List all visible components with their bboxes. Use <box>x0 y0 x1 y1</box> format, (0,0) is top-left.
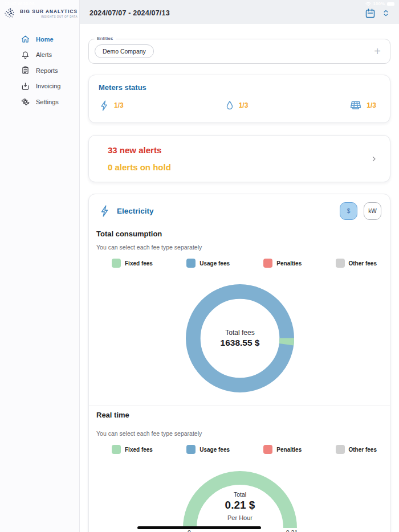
brand: BIG SUR ANALYTICS INSIGHTS OUT OF DATA <box>0 0 79 22</box>
gauge-center-label: Total <box>183 491 297 498</box>
bell-icon <box>21 50 30 60</box>
gauge-max-label: 0.21 <box>284 529 299 532</box>
sidebar-item-reports[interactable]: Reports <box>0 63 79 79</box>
meter-water: 1/3 <box>224 100 249 111</box>
home-icon <box>21 34 30 44</box>
legend-item-usage-fees[interactable]: Usage fees <box>186 445 230 454</box>
meter-status-value: 1/3 <box>367 101 376 109</box>
fees-legend: Fixed fees Usage fees Penalties Other fe… <box>89 259 391 268</box>
legend-item-other-fees[interactable]: Other fees <box>336 445 377 454</box>
legend-item-penalties[interactable]: Penalties <box>263 259 302 268</box>
sidebar-item-alerts[interactable]: Alerts <box>0 47 79 63</box>
calendar-icon <box>364 7 376 19</box>
report-icon <box>21 66 30 75</box>
bolt-icon <box>99 204 112 218</box>
unit-toggle: $ kW <box>340 202 381 220</box>
entities-label: Entities <box>95 36 116 41</box>
app-root: 12:47 W 20.08 100% BIG SUR ANALYTICS IN <box>0 0 399 532</box>
drop-icon <box>224 100 235 111</box>
unit-dollar-button[interactable]: $ <box>340 202 357 220</box>
sidebar-item-home[interactable]: Home <box>0 31 79 47</box>
top-bar: 2024/07/07 - 2024/07/13 <box>80 0 399 24</box>
entities-selector: Entities Demo Company + <box>88 39 390 64</box>
usage-fees-swatch <box>186 259 196 268</box>
sidebar-nav: Home Alerts Reports <box>0 31 79 110</box>
real-time-subheading: You can select each fee type separately <box>96 430 202 437</box>
electricity-card: Electricity $ kW Total consumption You c… <box>88 194 390 532</box>
sidebar-item-settings[interactable]: Settings <box>0 94 79 110</box>
legend-item-fixed-fees[interactable]: Fixed fees <box>112 259 153 268</box>
legend-item-fixed-fees[interactable]: Fixed fees <box>112 445 153 454</box>
real-time-heading: Real time <box>96 411 129 419</box>
donut-center-value: 1638.55 $ <box>183 338 297 348</box>
legend-item-other-fees[interactable]: Other fees <box>336 259 377 268</box>
expand-button[interactable] <box>381 8 391 18</box>
sidebar-item-label: Home <box>36 36 54 43</box>
date-range[interactable]: 2024/07/07 - 2024/07/13 <box>89 9 170 17</box>
legend-item-usage-fees[interactable]: Usage fees <box>186 259 230 268</box>
sidebar-item-label: Reports <box>36 67 58 74</box>
total-consumption-heading: Total consumption <box>96 230 162 238</box>
gauge-center-value: 0.21 $ <box>183 499 297 511</box>
entity-chip[interactable]: Demo Company <box>95 44 154 58</box>
gauge-min-label: 0 <box>184 529 195 532</box>
donut-center-label: Total fees <box>183 329 297 337</box>
bolt-icon <box>99 100 111 112</box>
meter-solar: 1/3 <box>348 99 376 112</box>
alerts-on-hold-text: 0 alerts on hold <box>108 162 390 172</box>
chevron-right-icon[interactable] <box>369 154 378 163</box>
meter-electricity: 1/3 <box>99 100 124 112</box>
unit-kw-button[interactable]: kW <box>364 202 381 220</box>
new-alerts-text: 33 new alerts <box>108 145 390 155</box>
gauge-needle <box>137 526 261 529</box>
invoice-icon <box>21 81 30 91</box>
gauge-center-text: Total 0.21 $ Per Hour <box>183 491 297 521</box>
meters-status-card: Meters status 1/3 1/3 <box>88 75 390 123</box>
sidebar-item-label: Settings <box>36 99 59 105</box>
meters-status-title: Meters status <box>99 83 376 92</box>
gauge-center-unit: Per Hour <box>183 514 297 521</box>
usage-fees-swatch <box>186 445 196 454</box>
fees-legend-realtime: Fixed fees Usage fees Penalties Other fe… <box>89 445 391 454</box>
penalties-swatch <box>263 259 272 268</box>
calendar-button[interactable] <box>364 7 376 19</box>
other-fees-swatch <box>336 259 345 268</box>
penalties-swatch <box>263 445 272 454</box>
sidebar-item-invoicing[interactable]: Invoicing <box>0 79 79 95</box>
brand-name: BIG SUR ANALYTICS <box>20 9 78 14</box>
fixed-fees-swatch <box>112 259 121 268</box>
sidebar-item-label: Invoicing <box>36 83 60 89</box>
sidebar-item-label: Alerts <box>36 51 52 58</box>
alerts-summary-card[interactable]: 33 new alerts 0 alerts on hold <box>88 135 390 182</box>
add-entity-button[interactable]: + <box>374 46 381 57</box>
meter-status-value: 1/3 <box>114 101 124 109</box>
electricity-title: Electricity <box>117 207 154 215</box>
total-consumption-subheading: You can select each fee type separately <box>96 244 202 251</box>
brand-tagline: INSIGHTS OUT OF DATA <box>41 15 78 18</box>
brand-logo-dots <box>3 5 18 22</box>
expand-icon <box>381 8 391 18</box>
legend-item-penalties[interactable]: Penalties <box>263 445 302 454</box>
donut-center-text: Total fees 1638.55 $ <box>183 329 297 348</box>
meter-status-value: 1/3 <box>239 101 249 109</box>
sidebar: BIG SUR ANALYTICS INSIGHTS OUT OF DATA H… <box>0 0 80 532</box>
gear-icon <box>21 97 30 107</box>
other-fees-swatch <box>336 445 345 454</box>
fixed-fees-swatch <box>112 445 121 454</box>
section-divider <box>89 406 390 406</box>
solar-panel-icon <box>348 99 363 112</box>
